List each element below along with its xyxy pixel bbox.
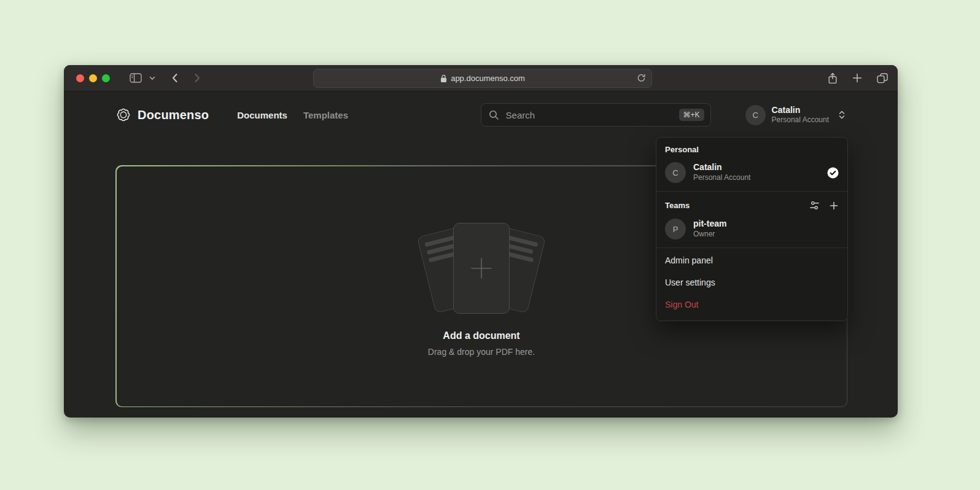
search-box[interactable]: ⌘+K [481,103,711,126]
lock-icon [440,74,447,83]
nav-templates[interactable]: Templates [303,110,348,120]
traffic-lights [76,74,110,82]
minimize-window-button[interactable] [89,74,97,82]
brand-name: Documenso [138,108,209,122]
dropzone-subtitle: Drag & drop your PDF here. [428,347,535,357]
team-item[interactable]: P pit-team Owner [656,215,847,246]
address-bar[interactable]: app.documenso.com [313,69,652,88]
teams-section-heading-row: Teams [656,193,847,215]
back-button[interactable] [170,72,179,84]
account-dropdown-menu: Personal C Catalin Personal Account Team… [656,137,848,321]
browser-titlebar: app.documenso.com [64,65,898,91]
browser-window: app.documenso.com [64,65,898,418]
create-team-plus-icon[interactable] [829,201,839,211]
close-window-button[interactable] [76,74,84,82]
personal-account-avatar: C [665,162,686,183]
documenso-logo[interactable]: Documenso [115,107,209,123]
app-header: Documenso Documents Templates ⌘+K C Cata… [64,91,898,138]
address-text: app.documenso.com [451,74,525,83]
reload-icon[interactable] [637,73,646,85]
menu-item-admin-panel[interactable]: Admin panel [656,249,847,271]
chevrons-up-down-icon [838,110,846,120]
document-stack-illustration [408,223,555,315]
account-name: Catalin [772,105,829,115]
search-icon [489,110,499,120]
menu-divider [656,191,847,192]
sidebar-chevron-down-icon[interactable] [148,75,157,82]
account-type: Personal Account [772,115,829,125]
personal-section-heading: Personal [656,138,847,158]
team-role: Owner [693,230,726,239]
menu-divider [656,247,847,248]
sidebar-toggle-icon[interactable] [128,72,143,84]
team-avatar: P [665,219,686,239]
personal-account-item[interactable]: C Catalin Personal Account [656,158,847,190]
selected-check-icon [827,167,839,179]
nav-documents[interactable]: Documents [237,110,287,120]
personal-account-type: Personal Account [693,173,750,183]
dropzone-title: Add a document [443,330,519,341]
manage-teams-icon[interactable] [809,200,820,211]
menu-item-sign-out[interactable]: Sign Out [656,294,847,316]
new-tab-icon[interactable] [851,72,863,84]
search-input[interactable] [505,109,674,121]
personal-account-name: Catalin [693,162,750,173]
plus-icon [469,255,494,281]
documenso-logo-icon [115,107,131,123]
menu-item-user-settings[interactable]: User settings [656,271,847,294]
zoom-window-button[interactable] [102,74,110,82]
add-document-card [453,223,510,314]
team-name: pit-team [693,219,726,230]
search-shortcut-badge: ⌘+K [679,109,704,121]
teams-section-heading: Teams [665,201,690,210]
account-menu-trigger[interactable]: C Catalin Personal Account [745,105,846,125]
account-avatar: C [745,105,766,125]
tab-overview-icon[interactable] [876,72,889,85]
main-nav: Documents Templates [237,110,348,120]
share-icon[interactable] [826,71,839,85]
forward-button[interactable] [193,72,202,84]
